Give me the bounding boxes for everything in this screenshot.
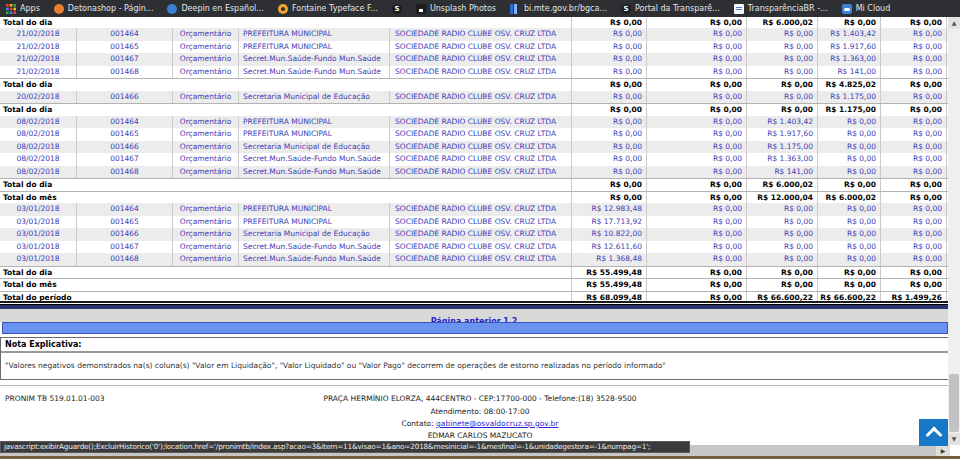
table-row: 21/02/2018001464OrçamentárioPREFEITURA M… bbox=[0, 28, 948, 41]
cell-value: R$ 0,00 bbox=[572, 28, 647, 41]
bookmark-item[interactable]: S bbox=[392, 4, 402, 14]
cell-date: 08/02/2018 bbox=[0, 153, 77, 166]
cell-value: R$ 0,00 bbox=[881, 104, 947, 116]
contact-label: Contato: bbox=[402, 419, 437, 428]
cell-date: 21/02/2018 bbox=[0, 41, 77, 54]
cell-value: R$ 0,00 bbox=[747, 241, 818, 254]
bookmark-item[interactable]: Unsplash Photos bbox=[416, 4, 496, 14]
cell-value: R$ 0,00 bbox=[647, 192, 747, 204]
cell-value: R$ 1.175,00 bbox=[818, 104, 881, 116]
cell-value: R$ 0,00 bbox=[572, 41, 647, 54]
total-label: Total do dia bbox=[0, 267, 572, 279]
cell-value: R$ 0,00 bbox=[818, 241, 881, 254]
table-row: 08/02/2018001468OrçamentárioSecret.Mun.S… bbox=[0, 166, 948, 179]
browser-window: Apps Detonashop - Págin...Deepin en Espa… bbox=[0, 0, 960, 459]
bookmark-item[interactable]: Fontaine Typeface F... bbox=[278, 4, 378, 14]
bookmark-item[interactable]: SPortal da Transparê... bbox=[621, 4, 720, 14]
cell-value: R$ 0,00 bbox=[747, 253, 818, 266]
cell-managing-unit: Secretaria Municipal de Educação bbox=[239, 228, 390, 241]
cell-value: R$ 0,00 bbox=[881, 17, 947, 29]
cell-creditor: SOCIEDADE RADIO CLUBE OSV. CRUZ LTDA bbox=[390, 91, 572, 104]
cell-value: R$ 0,00 bbox=[647, 104, 747, 116]
cell-value: R$ 0,00 bbox=[572, 79, 647, 91]
cell-value: R$ 0,00 bbox=[647, 53, 747, 66]
cell-value: R$ 0,00 bbox=[881, 141, 947, 154]
cell-value: R$ 68.099,48 bbox=[572, 292, 647, 302]
table-row: 20/02/2018001466OrçamentárioSecretaria M… bbox=[0, 91, 948, 104]
cell-type: Orçamentário bbox=[173, 203, 239, 216]
scroll-up-arrow-icon[interactable]: ▲ bbox=[948, 17, 960, 29]
table-row: 21/02/2018001465OrçamentárioPREFEITURA M… bbox=[0, 41, 948, 54]
bookmark-item[interactable]: Deepin en Español... bbox=[167, 4, 263, 14]
total-row: Total do diaR$ 0,00R$ 0,00R$ 0,00R$ 4.82… bbox=[0, 78, 948, 91]
pagination: Página anterior 1 2 bbox=[0, 309, 948, 322]
bookmark-item[interactable]: Detonashop - Págin... bbox=[54, 4, 154, 14]
total-row: Total do diaR$ 0,00R$ 0,00R$ 6.000,02R$ … bbox=[0, 178, 948, 191]
bookmark-item[interactable]: TransparênciaBR -... bbox=[734, 4, 828, 14]
vertical-scrollbar-thumb[interactable] bbox=[949, 374, 959, 432]
cell-value: R$ 0,00 bbox=[747, 53, 818, 66]
cell-value: R$ 6.000,02 bbox=[747, 179, 818, 191]
cell-value: R$ 0,00 bbox=[881, 91, 947, 104]
note-text: "Valores negativos demonstrados na(s) co… bbox=[1, 353, 948, 370]
cell-creditor: SOCIEDADE RADIO CLUBE OSV. CRUZ LTDA bbox=[390, 253, 572, 266]
cell-value: R$ 0,00 bbox=[818, 17, 881, 29]
contact-email-link[interactable]: gabinete@osvaldocruz.sp.gov.br bbox=[436, 419, 558, 428]
scroll-to-top-button[interactable] bbox=[919, 419, 948, 446]
cell-value: R$ 0,00 bbox=[572, 17, 647, 29]
bookmarks-bar: Apps Detonashop - Págin...Deepin en Espa… bbox=[0, 0, 960, 17]
cell-value: R$ 1.363,00 bbox=[747, 153, 818, 166]
cell-value: R$ 0,00 bbox=[747, 228, 818, 241]
cell-value: R$ 0,00 bbox=[881, 79, 947, 91]
bookmark-item[interactable]: Mi Cloud bbox=[842, 4, 891, 14]
document-icon bbox=[734, 4, 744, 14]
cell-value: R$ 141,00 bbox=[818, 66, 881, 79]
cell-value: R$ 0,00 bbox=[572, 192, 647, 204]
total-row: Total do mêsR$ 0,00R$ 0,00R$ 12.000,04R$… bbox=[0, 191, 948, 204]
cell-value: R$ 0,00 bbox=[647, 279, 747, 291]
table-row: 03/01/2018001466OrçamentárioSecretaria M… bbox=[0, 228, 948, 241]
cell-date: 08/02/2018 bbox=[0, 128, 77, 141]
bookmark-item[interactable]: bi.mte.gov.br/bgca... bbox=[510, 4, 607, 14]
cell-value: R$ 12.611,60 bbox=[572, 241, 647, 254]
scroll-down-arrow-icon[interactable]: ▼ bbox=[948, 433, 960, 445]
cell-type: Orçamentário bbox=[173, 241, 239, 254]
yellow-circle-icon bbox=[278, 4, 288, 14]
cell-value: R$ 10.822,00 bbox=[572, 228, 647, 241]
cell-value: R$ 0,00 bbox=[572, 128, 647, 141]
apps-grid-icon bbox=[6, 4, 16, 14]
cell-value: R$ 0,00 bbox=[647, 17, 747, 29]
cell-value: R$ 66.600,22 bbox=[818, 292, 881, 302]
chevron-up-icon bbox=[925, 427, 942, 444]
total-label: Total do dia bbox=[0, 104, 572, 116]
apps-menu-label: Apps bbox=[20, 4, 40, 13]
apps-menu-button[interactable]: Apps bbox=[6, 4, 40, 14]
cell-value: R$ 0,00 bbox=[818, 279, 881, 291]
cell-type: Orçamentário bbox=[173, 141, 239, 154]
cell-value: R$ 0,00 bbox=[647, 179, 747, 191]
cell-date: 08/02/2018 bbox=[0, 116, 77, 129]
cell-creditor: SOCIEDADE RADIO CLUBE OSV. CRUZ LTDA bbox=[390, 228, 572, 241]
cell-document-number: 001468 bbox=[77, 66, 173, 79]
cell-value: R$ 0,00 bbox=[647, 253, 747, 266]
cell-value: R$ 55.499,48 bbox=[572, 267, 647, 279]
bookmark-label: Portal da Transparê... bbox=[635, 4, 720, 13]
cell-value: R$ 0,00 bbox=[747, 267, 818, 279]
cell-managing-unit: Secret.Mun.Saúde-Fundo Mun.Saúde bbox=[239, 53, 390, 66]
cell-value: R$ 0,00 bbox=[818, 166, 881, 179]
cell-creditor: SOCIEDADE RADIO CLUBE OSV. CRUZ LTDA bbox=[390, 66, 572, 79]
vertical-scrollbar[interactable]: ▲ ▼ bbox=[948, 17, 960, 445]
cell-value: R$ 0,00 bbox=[647, 79, 747, 91]
total-label: Total do dia bbox=[0, 17, 572, 29]
cell-value: R$ 0,00 bbox=[818, 141, 881, 154]
table-row: 03/01/2018001465OrçamentárioPREFEITURA M… bbox=[0, 216, 948, 229]
total-label: Total do mês bbox=[0, 192, 572, 204]
cell-document-number: 001464 bbox=[77, 28, 173, 41]
cell-value: R$ 0,00 bbox=[881, 166, 947, 179]
table-row: 21/02/2018001467OrçamentárioSecret.Mun.S… bbox=[0, 53, 948, 66]
cell-value: R$ 0,00 bbox=[747, 91, 818, 104]
cell-document-number: 001465 bbox=[77, 41, 173, 54]
cell-value: R$ 1.368,48 bbox=[572, 253, 647, 266]
bookmark-label: Fontaine Typeface F... bbox=[292, 4, 378, 13]
cell-creditor: SOCIEDADE RADIO CLUBE OSV. CRUZ LTDA bbox=[390, 116, 572, 129]
